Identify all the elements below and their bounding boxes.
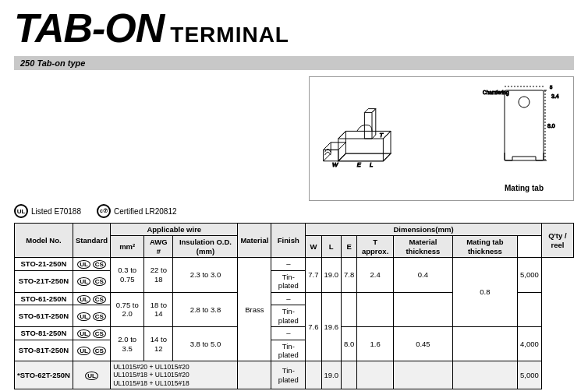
col-insulation: Insulation O.D. (mm): [173, 236, 238, 258]
awg-cell: 18 to 14: [144, 292, 173, 326]
mm2-cell: 2.0 to 3.5: [111, 326, 144, 361]
W-cell: [306, 361, 321, 389]
T-cell: [357, 361, 394, 389]
model-cell: STO-21T-250N: [15, 270, 73, 292]
qty-cell: 5,000: [518, 258, 542, 292]
mating-tab-drawing: 8.0 3.4 Chamfering 5: [481, 83, 567, 184]
awg-cell: 14 to 12: [144, 326, 173, 361]
std-cell: UL CS: [73, 326, 110, 340]
qty-cell: 5,000: [518, 361, 542, 389]
mm2-cell: 0.3 to 0.75: [111, 258, 144, 292]
mating-tab-label: Mating tab: [505, 184, 544, 196]
finish-cell: –: [271, 326, 306, 340]
col-dimensions: Dimensions(mm): [306, 224, 541, 236]
main-table: Model No. Standard Applicable wire Mater…: [14, 223, 574, 389]
material-cell: [238, 361, 271, 389]
awg-cell: 22 to 18: [144, 258, 173, 292]
std-cell: UL CS: [73, 340, 110, 361]
finish-cell: Tin-plated: [271, 270, 306, 292]
svg-text:E: E: [357, 161, 362, 168]
mating-thick-cell: 0.8: [452, 258, 517, 327]
material-cell: Brass: [238, 258, 271, 361]
cul-cert: c⑦ Certified LR20812: [97, 204, 177, 218]
mm2-cell: 0.75 to 2.0: [111, 292, 144, 326]
col-mating-thick: Mating tab thickness: [452, 236, 517, 258]
svg-text:Chamfering: Chamfering: [483, 90, 509, 96]
E-cell: [342, 292, 357, 326]
col-awg: AWG #: [144, 236, 173, 258]
insulation-cell: 2.3 to 3.0: [173, 258, 238, 292]
col-L: L: [321, 236, 342, 258]
insulation-cell: 3.8 to 5.0: [173, 326, 238, 361]
E-cell: [342, 361, 357, 389]
svg-text:W: W: [332, 161, 338, 168]
col-mm2: mm²: [111, 236, 144, 258]
model-cell: STO-81T-250N: [15, 340, 73, 361]
ul-text: Listed E70188: [31, 207, 81, 216]
T-cell: 1.6: [357, 326, 394, 361]
col-applicable-wire: Applicable wire: [111, 224, 238, 236]
ul-cert: UL Listed E70188: [14, 204, 81, 218]
E-cell: 8.0: [342, 326, 357, 361]
model-cell: STO-61-250N: [15, 292, 73, 305]
mat-thick-cell: 0.4: [394, 258, 453, 292]
model-cell: STO-61T-250N: [15, 305, 73, 327]
std-cell: UL: [73, 361, 110, 389]
std-cell: UL CS: [73, 258, 110, 271]
table-row: *STO-62T-250NULUL1015#20 + UL1015#20UL10…: [15, 361, 574, 389]
T-cell: 2.4: [357, 258, 394, 292]
mating-thick-cell: [452, 326, 517, 361]
svg-text:3.4: 3.4: [551, 93, 559, 99]
svg-text:L: L: [370, 161, 373, 168]
finish-cell: Tin-plated: [271, 361, 306, 389]
subtitle-title: TERMINAL: [170, 23, 289, 48]
mat-thick-cell: 0.45: [394, 326, 453, 361]
mat-thick-cell: [394, 292, 453, 326]
finish-cell: Tin-plated: [271, 305, 306, 327]
model-cell: STO-81-250N: [15, 326, 73, 340]
W-cell: 7.7: [306, 258, 321, 292]
cert-row: UL Listed E70188 c⑦ Certified LR20812: [14, 204, 574, 218]
mm2-cell: UL1015#20 + UL1015#20UL1015#18 + UL1015#…: [111, 361, 238, 389]
table-row: STO-81-250NUL CS2.0 to 3.514 to 123.8 to…: [15, 326, 574, 340]
std-cell: UL CS: [73, 292, 110, 305]
L-cell: 19.6: [321, 292, 342, 361]
col-material: Material: [238, 224, 271, 258]
col-E: E: [342, 236, 357, 258]
model-cell: STO-21-250N: [15, 258, 73, 271]
W-cell: 7.6: [306, 292, 321, 361]
col-mat-thick: Material thickness: [394, 236, 453, 258]
cul-text: Certified LR20812: [114, 207, 177, 216]
svg-text:T: T: [380, 132, 384, 139]
svg-text:8.0: 8.0: [547, 123, 555, 129]
terminal-drawing: T W E L: [316, 92, 466, 185]
finish-cell: –: [271, 292, 306, 305]
L-cell: 19.0: [321, 361, 342, 389]
title-row: TAB-ON TERMINAL: [14, 8, 574, 48]
mating-thick-cell: [452, 361, 517, 389]
table-row: STO-21-250NUL CS0.3 to 0.7522 to 182.3 t…: [15, 258, 574, 271]
col-model: Model No.: [15, 224, 73, 258]
cul-badge: c⑦: [97, 204, 111, 218]
L-cell: 19.0: [321, 258, 342, 292]
qty-cell: [518, 292, 542, 326]
std-cell: UL CS: [73, 270, 110, 292]
std-cell: UL CS: [73, 305, 110, 327]
svg-text:5: 5: [550, 85, 553, 90]
finish-cell: –: [271, 258, 306, 271]
brand-title: TAB-ON: [14, 8, 164, 48]
diagram-inner: T W E L: [310, 76, 573, 202]
col-qty: Q'ty / reel: [541, 224, 573, 258]
ul-badge: UL: [14, 204, 28, 218]
mat-thick-cell: [394, 361, 453, 389]
finish-cell: Tin-plated: [271, 340, 306, 361]
T-cell: [357, 292, 394, 326]
insulation-cell: 2.8 to 3.8: [173, 292, 238, 326]
page: TAB-ON TERMINAL 250 Tab-on type: [0, 0, 588, 391]
qty-cell: 4,000: [518, 326, 542, 361]
svg-rect-4: [505, 90, 544, 160]
col-W: W: [306, 236, 321, 258]
model-cell: *STO-62T-250N: [15, 361, 73, 389]
col-standard: Standard: [73, 224, 110, 258]
diagram-box: T W E L: [309, 76, 574, 201]
